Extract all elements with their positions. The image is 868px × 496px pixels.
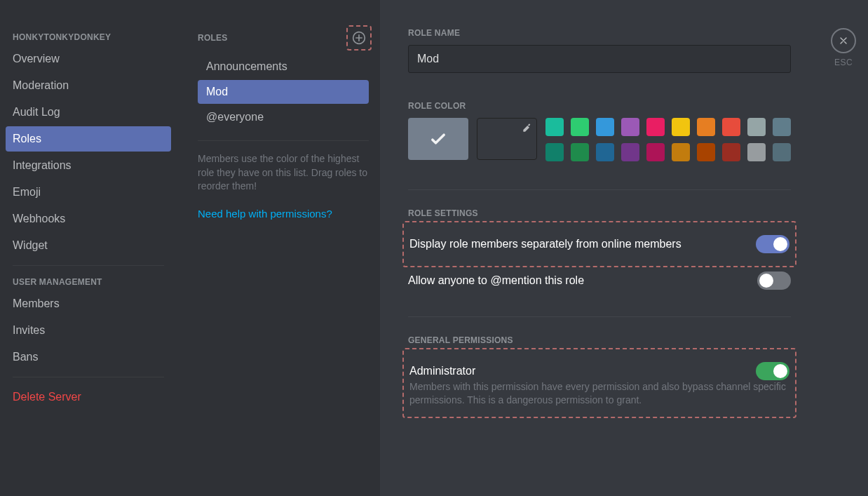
custom-color-picker[interactable]: [477, 118, 537, 160]
sidebar-item-audit-log[interactable]: Audit Log: [6, 100, 171, 125]
color-swatches: [545, 118, 791, 161]
delete-server-button[interactable]: Delete Server: [6, 384, 171, 410]
color-swatch[interactable]: [545, 143, 564, 161]
highlight-add-role: [346, 25, 372, 51]
sidebar-item-members[interactable]: Members: [6, 291, 171, 316]
default-color-swatch[interactable]: [408, 118, 468, 160]
color-swatch[interactable]: [571, 143, 589, 161]
color-swatch[interactable]: [747, 118, 766, 136]
color-swatch[interactable]: [773, 143, 791, 161]
sidebar-item-invites[interactable]: Invites: [6, 318, 171, 343]
color-swatch[interactable]: [621, 118, 639, 136]
role-settings-label: ROLE SETTINGS: [408, 208, 791, 218]
color-swatch[interactable]: [646, 143, 665, 161]
eyedropper-icon: [521, 123, 532, 134]
roles-hint-text: Members use the color of the highest rol…: [198, 152, 369, 194]
sidebar-divider: [13, 377, 164, 377]
app-root: HONKYTONKYDONKEY Overview Moderation Aud…: [0, 0, 868, 496]
close-column: ESC: [819, 0, 868, 496]
role-color-label: ROLE COLOR: [408, 101, 791, 111]
role-name-label: ROLE NAME: [408, 28, 791, 38]
close-icon: [838, 35, 849, 46]
general-permissions-label: GENERAL PERMISSIONS: [408, 335, 791, 345]
role-editor-panel: ROLE NAME ROLE COLOR ROLE SETTINGS: [380, 0, 819, 496]
roles-divider: [198, 140, 369, 141]
color-swatch[interactable]: [672, 143, 690, 161]
role-name-input[interactable]: [408, 45, 791, 73]
administrator-description: Members with this permission have every …: [409, 380, 789, 407]
user-management-header: USER MANAGEMENT: [6, 273, 171, 291]
color-swatch[interactable]: [571, 118, 589, 136]
role-item-mod[interactable]: Mod: [198, 80, 369, 104]
administrator-toggle[interactable]: [756, 362, 789, 380]
sidebar-item-bans[interactable]: Bans: [6, 344, 171, 370]
role-item-everyone[interactable]: @everyone: [198, 105, 369, 129]
color-swatch[interactable]: [646, 118, 665, 136]
sidebar-item-integrations[interactable]: Integrations: [6, 153, 171, 178]
server-settings-sidebar: HONKYTONKYDONKEY Overview Moderation Aud…: [0, 0, 177, 496]
content-divider: [408, 316, 791, 317]
color-swatch[interactable]: [596, 118, 614, 136]
allow-mention-toggle[interactable]: [757, 272, 791, 290]
sidebar-item-overview[interactable]: Overview: [6, 46, 171, 72]
esc-label: ESC: [834, 58, 853, 67]
highlight-display-separately: Display role members separately from onl…: [402, 221, 796, 267]
content-divider: [408, 189, 791, 190]
color-swatch[interactable]: [621, 143, 639, 161]
administrator-label: Administrator: [409, 365, 475, 377]
color-swatch[interactable]: [596, 143, 614, 161]
color-swatch[interactable]: [722, 118, 740, 136]
close-button[interactable]: [831, 28, 856, 53]
color-swatch[interactable]: [722, 143, 740, 161]
color-swatch[interactable]: [545, 118, 564, 136]
roles-column-header: ROLES: [198, 33, 228, 43]
color-swatch[interactable]: [747, 143, 766, 161]
sidebar-item-webhooks[interactable]: Webhooks: [6, 206, 171, 232]
color-swatch[interactable]: [697, 118, 715, 136]
color-swatch[interactable]: [697, 143, 715, 161]
color-swatch[interactable]: [773, 118, 791, 136]
highlight-administrator: Administrator Members with this permissi…: [402, 348, 796, 418]
role-item-announcements[interactable]: Announcements: [198, 55, 369, 79]
roles-list-column: ROLES Announcements Mod @everyone Member…: [177, 0, 380, 496]
sidebar-item-moderation[interactable]: Moderation: [6, 73, 171, 98]
plus-circle-icon: [352, 31, 366, 45]
sidebar-divider: [13, 265, 164, 266]
sidebar-item-roles[interactable]: Roles: [6, 126, 171, 152]
add-role-button[interactable]: [351, 29, 367, 46]
display-separately-label: Display role members separately from onl…: [409, 238, 681, 250]
allow-mention-label: Allow anyone to @mention this role: [408, 274, 584, 287]
permissions-help-link[interactable]: Need help with permissions?: [198, 208, 369, 220]
color-swatch[interactable]: [672, 118, 690, 136]
sidebar-item-widget[interactable]: Widget: [6, 233, 171, 258]
sidebar-item-emoji[interactable]: Emoji: [6, 180, 171, 205]
checkmark-icon: [428, 129, 448, 149]
server-name-header: HONKYTONKYDONKEY: [6, 28, 171, 46]
display-separately-toggle[interactable]: [756, 235, 789, 253]
